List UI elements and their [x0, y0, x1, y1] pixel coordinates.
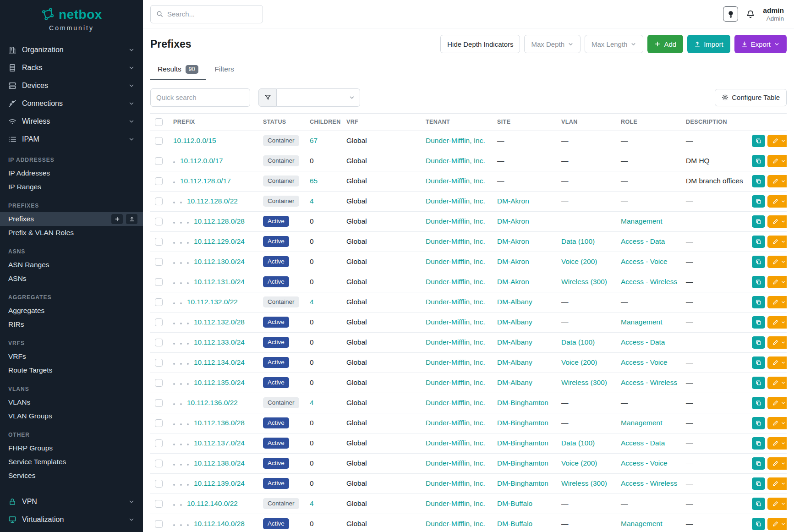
sidebar-item-circuits[interactable]: Circuits	[0, 528, 143, 532]
tenant-link[interactable]: Dunder-Mifflin, Inc.	[426, 298, 485, 306]
tenant-link[interactable]: Dunder-Mifflin, Inc.	[426, 459, 485, 467]
role-link[interactable]: Management	[621, 419, 662, 427]
prefix-link[interactable]: 10.112.138.0/24	[194, 459, 245, 467]
edit-button[interactable]	[767, 195, 787, 208]
clone-button[interactable]	[752, 417, 765, 429]
prefix-link[interactable]: 10.112.128.0/28	[194, 217, 245, 225]
row-checkbox[interactable]	[155, 419, 163, 427]
tenant-link[interactable]: Dunder-Mifflin, Inc.	[426, 278, 485, 285]
tenant-link[interactable]: Dunder-Mifflin, Inc.	[426, 358, 485, 366]
sidebar-item-asns[interactable]: ASNs	[0, 272, 143, 285]
vlan-link[interactable]: Voice (200)	[561, 258, 597, 265]
import-button[interactable]: Import	[687, 35, 730, 53]
edit-button[interactable]	[767, 417, 787, 429]
prefix-link[interactable]: 10.112.130.0/24	[194, 258, 245, 265]
tenant-link[interactable]: Dunder-Mifflin, Inc.	[426, 520, 485, 527]
row-checkbox[interactable]	[155, 500, 163, 508]
row-checkbox[interactable]	[155, 439, 163, 447]
row-checkbox[interactable]	[155, 480, 163, 488]
sidebar-item-prefixes[interactable]: Prefixes	[0, 212, 143, 226]
tenant-link[interactable]: Dunder-Mifflin, Inc.	[426, 318, 485, 326]
role-link[interactable]: Access - Data	[621, 237, 665, 245]
tenant-link[interactable]: Dunder-Mifflin, Inc.	[426, 237, 485, 245]
quick-add-button[interactable]	[111, 214, 123, 224]
site-link[interactable]: DM-Albany	[497, 358, 532, 366]
tenant-link[interactable]: Dunder-Mifflin, Inc.	[426, 399, 485, 406]
clone-button[interactable]	[752, 215, 765, 228]
row-checkbox[interactable]	[155, 399, 163, 407]
sidebar-item-ipam[interactable]: IPAM	[0, 130, 143, 148]
row-checkbox[interactable]	[155, 460, 163, 467]
vlan-link[interactable]: Wireless (300)	[561, 479, 607, 487]
sidebar-item-virtualization[interactable]: Virtualization	[0, 510, 143, 528]
site-link[interactable]: DM-Binghamton	[497, 439, 548, 447]
tenant-link[interactable]: Dunder-Mifflin, Inc.	[426, 258, 485, 265]
site-link[interactable]: DM-Binghamton	[497, 419, 548, 427]
clone-button[interactable]	[752, 175, 765, 187]
site-link[interactable]: DM-Albany	[497, 378, 532, 386]
edit-button[interactable]	[767, 336, 787, 349]
max-length-dropdown[interactable]: Max Length	[585, 35, 643, 53]
row-checkbox[interactable]	[155, 298, 163, 306]
row-checkbox[interactable]	[155, 318, 163, 326]
vlan-link[interactable]: Voice (200)	[561, 459, 597, 467]
tenant-link[interactable]: Dunder-Mifflin, Inc.	[426, 217, 485, 225]
children-count-link[interactable]: 4	[310, 197, 314, 205]
sidebar-item-racks[interactable]: Racks	[0, 59, 143, 77]
clone-button[interactable]	[752, 377, 765, 389]
sidebar-item-organization[interactable]: Organization	[0, 41, 143, 59]
filter-button[interactable]	[258, 88, 277, 107]
sidebar-item-vlan-groups[interactable]: VLAN Groups	[0, 409, 143, 423]
vlan-link[interactable]: Data (100)	[561, 237, 595, 245]
sidebar-item-vpn[interactable]: VPN	[0, 493, 143, 510]
tab-results[interactable]: Results 90	[150, 60, 206, 80]
children-count-link[interactable]: 4	[310, 298, 314, 306]
row-checkbox[interactable]	[155, 278, 163, 286]
prefix-link[interactable]: 10.112.133.0/24	[194, 338, 245, 346]
prefix-link[interactable]: 10.112.136.0/22	[187, 399, 238, 406]
vlan-link[interactable]: Data (100)	[561, 439, 595, 447]
role-link[interactable]: Access - Data	[621, 439, 665, 447]
row-checkbox[interactable]	[155, 137, 163, 145]
row-checkbox[interactable]	[155, 157, 163, 165]
prefix-link[interactable]: 10.112.129.0/24	[194, 237, 245, 245]
prefix-link[interactable]: 10.112.0.0/15	[173, 137, 216, 144]
clone-button[interactable]	[752, 336, 765, 349]
edit-button[interactable]	[767, 397, 787, 409]
role-link[interactable]: Access - Voice	[621, 358, 668, 366]
clone-button[interactable]	[752, 477, 765, 490]
role-link[interactable]: Access - Voice	[621, 459, 668, 467]
sidebar-item-wireless[interactable]: Wireless	[0, 112, 143, 130]
children-count-link[interactable]: 4	[310, 499, 314, 507]
row-checkbox[interactable]	[155, 339, 163, 346]
row-checkbox[interactable]	[155, 359, 163, 367]
clone-button[interactable]	[752, 397, 765, 409]
prefix-link[interactable]: 10.112.140.0/22	[187, 499, 238, 507]
configure-table-button[interactable]: Configure Table	[715, 89, 787, 106]
edit-button[interactable]	[767, 175, 787, 187]
clone-button[interactable]	[752, 457, 765, 470]
add-button[interactable]: Add	[647, 35, 683, 53]
prefix-link[interactable]: 10.112.0.0/17	[180, 157, 223, 165]
role-link[interactable]: Access - Wireless	[621, 278, 677, 285]
clone-button[interactable]	[752, 155, 765, 167]
row-checkbox[interactable]	[155, 177, 163, 185]
clone-button[interactable]	[752, 316, 765, 329]
sidebar-item-ip-addresses[interactable]: IP Addresses	[0, 166, 143, 180]
site-link[interactable]: DM-Akron	[497, 258, 529, 265]
row-checkbox[interactable]	[155, 238, 163, 246]
row-checkbox[interactable]	[155, 520, 163, 528]
clone-button[interactable]	[752, 498, 765, 510]
clone-button[interactable]	[752, 437, 765, 450]
sidebar-item-service-templates[interactable]: Service Templates	[0, 455, 143, 469]
max-depth-dropdown[interactable]: Max Depth	[524, 35, 580, 53]
clone-button[interactable]	[752, 356, 765, 369]
tenant-link[interactable]: Dunder-Mifflin, Inc.	[426, 479, 485, 487]
clone-button[interactable]	[752, 518, 765, 530]
tenant-link[interactable]: Dunder-Mifflin, Inc.	[426, 419, 485, 427]
prefix-link[interactable]: 10.112.132.0/28	[194, 318, 245, 326]
site-link[interactable]: DM-Albany	[497, 338, 532, 346]
role-link[interactable]: Management	[621, 217, 662, 225]
role-link[interactable]: Management	[621, 520, 662, 527]
site-link[interactable]: DM-Albany	[497, 318, 532, 326]
